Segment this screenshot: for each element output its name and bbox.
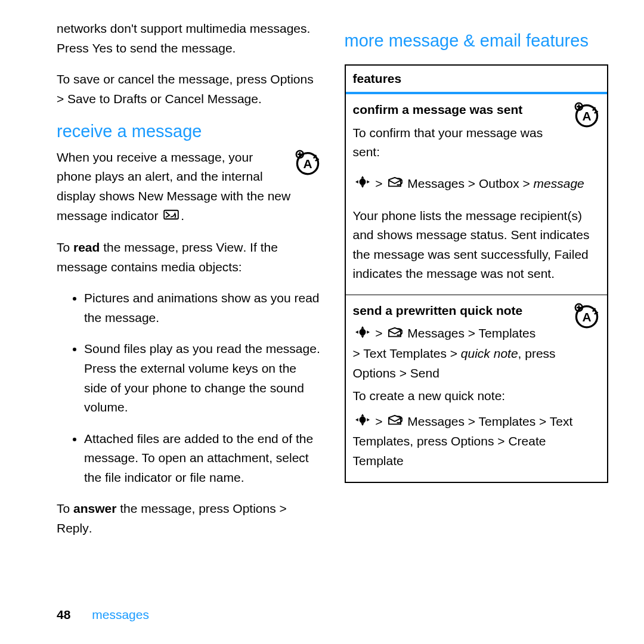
templates-key: Templates — [479, 326, 536, 340]
network-a-icon — [574, 101, 600, 134]
text: . — [89, 521, 92, 535]
text: the message, press — [100, 240, 216, 254]
save-cancel-paragraph: To save or cancel the message, press Opt… — [57, 70, 321, 109]
features-table-header: features — [346, 66, 608, 95]
text: To confirm that your message was sent: — [353, 123, 600, 162]
answer-paragraph: To answer the message, press Options > R… — [57, 499, 321, 538]
page-number: 48 — [57, 608, 70, 621]
sent-key: Sent — [510, 228, 536, 242]
nav-path: > Messages > Outbox > message — [353, 174, 600, 194]
text: , press — [518, 346, 556, 360]
nav-path: > Messages > Templates > Text Templates … — [353, 324, 600, 383]
messages-icon — [387, 325, 402, 345]
sep: > — [372, 326, 386, 340]
network-a-icon — [295, 149, 321, 181]
text: to send the message. — [113, 41, 236, 55]
messages-icon — [387, 175, 402, 194]
sep: > — [519, 177, 534, 190]
failed-key: Failed — [555, 247, 589, 261]
templates-key: Templates — [479, 414, 536, 428]
feature-confirm-sent: confirm a message was sent To confirm th… — [346, 94, 608, 295]
send-key: Send — [410, 366, 439, 380]
sep: > — [372, 414, 386, 428]
feature-quick-note: send a prewritten quick note > Messages … — [346, 295, 608, 482]
nav-key-icon — [354, 413, 371, 432]
section-name: messages — [92, 608, 149, 621]
sep: > — [276, 501, 287, 515]
options-key: Options — [353, 366, 396, 380]
text: . — [258, 92, 262, 106]
text: the message, press — [116, 501, 233, 515]
view-key: View — [216, 240, 243, 254]
text: indicates the message was not sent. — [353, 267, 555, 280]
text: , — [410, 434, 417, 448]
text-templates-key: Text Templates — [363, 346, 447, 360]
text: To create a new quick note: — [353, 386, 600, 406]
sep: > — [372, 177, 386, 190]
messages-key: Messages — [407, 177, 465, 190]
sep: > — [353, 346, 364, 360]
right-column: more message & email features features c… — [345, 19, 609, 550]
save-to-drafts-key: Save to Drafts — [67, 92, 147, 106]
messages-key: Messages — [407, 414, 465, 428]
text: or — [147, 92, 165, 106]
message-indicator-icon — [163, 207, 179, 227]
sep: > — [396, 366, 410, 380]
read-bold: read — [73, 240, 100, 254]
receive-paragraph-1: When you receive a message, your phone p… — [57, 148, 321, 226]
text: . — [181, 209, 184, 222]
new-message-key: New Message — [138, 189, 218, 203]
feature-title: send a prewritten quick note — [353, 301, 600, 321]
sep: > — [465, 414, 479, 428]
answer-bold: answer — [73, 501, 116, 515]
read-paragraph: To read the message, press View. If the … — [57, 238, 321, 277]
list-item: Attached files are added to the end of t… — [84, 429, 321, 488]
messages-key: Messages — [407, 326, 465, 340]
text: To save or cancel the message, press — [57, 72, 270, 86]
sep: > — [57, 92, 67, 106]
message-italic: message — [534, 177, 584, 190]
text: To — [57, 501, 73, 515]
list-item: Pictures and animations show as you read… — [84, 289, 321, 327]
sep: > — [447, 346, 461, 360]
feature-description: Your phone lists the message recipient(s… — [353, 206, 600, 284]
network-a-icon — [574, 302, 600, 335]
sep: > — [494, 434, 508, 448]
text: press — [417, 434, 451, 448]
media-bullets: Pictures and animations show as you read… — [57, 289, 321, 487]
sep: > — [535, 414, 550, 428]
nav-key-icon — [354, 325, 371, 345]
features-table: features confirm a message was sent To c… — [345, 64, 609, 483]
outbox-key: Outbox — [479, 177, 519, 190]
cancel-message-key: Cancel Message — [165, 92, 258, 106]
more-features-heading: more message & email features — [345, 30, 609, 52]
nav-key-icon — [354, 175, 371, 194]
options-key: Options — [233, 501, 275, 515]
yes-key: Yes — [92, 41, 113, 55]
reply-key: Reply — [57, 521, 89, 535]
feature-title: confirm a message was sent — [353, 100, 600, 120]
options-key: Options — [451, 434, 494, 448]
page-footer: 48 messages — [57, 605, 149, 625]
text: To — [57, 240, 73, 254]
options-key: Options — [270, 72, 313, 86]
top-paragraph: networks don't support multimedia messag… — [57, 19, 321, 58]
list-item: Sound files play as you read the message… — [84, 339, 321, 417]
nav-path: > Messages > Templates > Text Templates,… — [353, 412, 600, 471]
quick-note-italic: quick note — [461, 346, 518, 360]
sep: > — [465, 177, 479, 190]
left-column: networks don't support multimedia messag… — [57, 19, 321, 550]
sep: > — [465, 326, 479, 340]
receive-heading: receive a message — [57, 120, 321, 143]
page-content: networks don't support multimedia messag… — [0, 0, 644, 550]
messages-icon — [387, 413, 402, 432]
